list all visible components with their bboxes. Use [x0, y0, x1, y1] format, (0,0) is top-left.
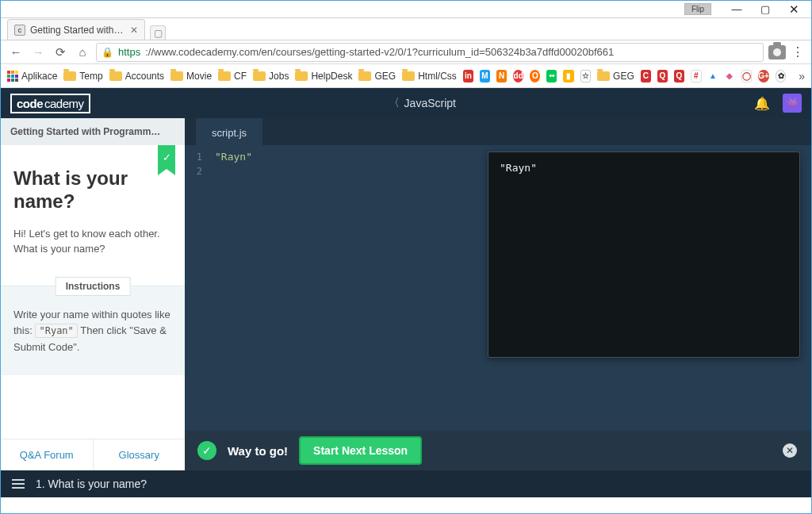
- bookmark-chip-icon[interactable]: ◆: [725, 70, 735, 82]
- bookmark-bar: Aplikace Temp Accounts Movie CF Jobs Hel…: [1, 64, 811, 88]
- bookmark-chip-icon[interactable]: in: [463, 70, 473, 82]
- bookmark-label: CF: [234, 71, 247, 82]
- status-close-icon[interactable]: ✕: [783, 443, 797, 458]
- bookmark-chip-icon[interactable]: Q: [657, 70, 668, 82]
- lesson-breadcrumb[interactable]: Getting Started with Programm…: [1, 118, 185, 145]
- course-breadcrumb[interactable]: 〈 JavaScript: [90, 96, 754, 110]
- folder-icon: [170, 71, 183, 81]
- bookmark-label: Movie: [186, 71, 212, 82]
- start-next-lesson-button[interactable]: Start Next Lesson: [299, 436, 422, 465]
- browser-toolbar: ← → ⟳ ⌂ 🔒 https ://www.codecademy.com/en…: [1, 40, 811, 64]
- output-console[interactable]: "Rayn": [488, 152, 800, 358]
- apps-shortcut[interactable]: Aplikace: [7, 71, 57, 82]
- line-number: 2: [185, 164, 202, 178]
- folder-icon: [63, 71, 76, 81]
- bookmark-chip-icon[interactable]: O: [530, 70, 540, 82]
- tab-favicon: c: [14, 25, 25, 36]
- codecademy-app: codecademy 〈 JavaScript 🔔 👾 Getting Star…: [1, 88, 811, 497]
- line-number: 1: [185, 150, 202, 164]
- logo-code: code: [17, 97, 43, 110]
- bookmark-label: Jobs: [269, 71, 289, 82]
- new-tab-button[interactable]: ▢: [150, 25, 166, 40]
- bookmark-folder[interactable]: HelpDesk: [295, 71, 352, 82]
- success-check-icon: ✓: [197, 441, 216, 460]
- bookmark-chip-icon[interactable]: #: [691, 70, 701, 82]
- bookmark-chip-icon[interactable]: C: [641, 70, 651, 82]
- lock-icon: 🔒: [102, 47, 113, 58]
- folder-icon: [218, 71, 231, 81]
- window-maximize-button[interactable]: ▢: [751, 2, 779, 17]
- window-minimize-button[interactable]: —: [722, 2, 751, 17]
- bookmark-chip-icon[interactable]: ◯: [741, 70, 752, 82]
- bookmark-folder[interactable]: CF: [218, 71, 247, 82]
- bookmark-chip-icon[interactable]: ☆: [580, 70, 591, 82]
- lesson-description: Hi! Let's get to know each other. What i…: [13, 226, 172, 257]
- qa-forum-link[interactable]: Q&A Forum: [1, 439, 94, 470]
- os-titlebar: Flip — ▢ ✕: [1, 1, 811, 18]
- flip-badge: Flip: [684, 3, 711, 15]
- check-ribbon-icon: ✓: [158, 145, 175, 169]
- bookmark-folder[interactable]: Movie: [170, 71, 212, 82]
- app-header: codecademy 〈 JavaScript 🔔 👾: [1, 88, 811, 118]
- bookmark-label: HelpDesk: [311, 71, 352, 82]
- lesson-footer: Q&A Forum Glossary: [1, 439, 185, 470]
- folder-icon: [295, 71, 308, 81]
- bookmark-chip-icon[interactable]: ▲: [708, 70, 718, 82]
- window-close-button[interactable]: ✕: [779, 2, 808, 17]
- tab-title: Getting Started with Prog…: [30, 25, 125, 36]
- bookmark-overflow-icon[interactable]: »: [799, 70, 805, 82]
- hamburger-icon[interactable]: [12, 479, 25, 489]
- bookmark-label: GEG: [374, 71, 396, 82]
- tab-close-icon[interactable]: ✕: [130, 25, 138, 36]
- workspace: script.js 1 2 "Rayn" "Rayn" ✓ Way: [185, 118, 811, 470]
- bookmark-folder[interactable]: GEG: [358, 71, 396, 82]
- bookmark-chip-icon[interactable]: Q: [674, 70, 684, 82]
- bookmark-chip-icon[interactable]: N: [496, 70, 507, 82]
- folder-icon: [253, 71, 266, 81]
- file-tab[interactable]: script.js: [196, 118, 262, 145]
- bookmark-folder[interactable]: Jobs: [253, 71, 289, 82]
- bookmark-folder[interactable]: Html/Css: [402, 71, 457, 82]
- home-button[interactable]: ⌂: [74, 44, 91, 61]
- bottom-strip: 1. What is your name?: [1, 470, 811, 497]
- avatar[interactable]: 👾: [783, 94, 802, 113]
- file-tab-bar: script.js: [185, 118, 811, 145]
- bell-icon[interactable]: 🔔: [754, 96, 770, 111]
- bookmark-label: GEG: [613, 71, 634, 82]
- url-scheme: https: [118, 46, 140, 58]
- camera-icon[interactable]: [768, 45, 786, 59]
- browser-tab[interactable]: c Getting Started with Prog… ✕: [7, 19, 145, 40]
- code-line: "Rayn": [215, 151, 252, 163]
- course-name: JavaScript: [404, 97, 456, 109]
- forward-button[interactable]: →: [29, 44, 47, 61]
- bookmark-chip-icon[interactable]: ✿: [776, 70, 786, 82]
- instructions-code: "Ryan": [35, 324, 77, 338]
- instructions-label: Instructions: [56, 277, 131, 296]
- bookmark-label: Temp: [79, 71, 102, 82]
- address-bar[interactable]: 🔒 https ://www.codecademy.com/en/courses…: [96, 43, 764, 62]
- bookmark-chip-icon[interactable]: M: [480, 70, 490, 82]
- bookmark-chip-icon[interactable]: G+: [758, 70, 769, 82]
- url-path: ://www.codecademy.com/en/courses/getting…: [145, 46, 614, 58]
- apps-label: Aplikace: [21, 71, 57, 82]
- bookmark-chip-icon[interactable]: ••: [546, 70, 557, 82]
- bookmark-chip-icon[interactable]: dd: [513, 70, 523, 82]
- instructions-text: Write your name within quotes like this:…: [13, 307, 172, 356]
- bookmark-folder[interactable]: Temp: [63, 71, 102, 82]
- glossary-link[interactable]: Glossary: [94, 439, 186, 470]
- reload-button[interactable]: ⟳: [52, 44, 69, 61]
- bookmark-label: Html/Css: [418, 71, 457, 82]
- codecademy-logo[interactable]: codecademy: [10, 94, 90, 113]
- lesson-panel: Getting Started with Programm… ✓ What is…: [1, 118, 185, 470]
- back-button[interactable]: ←: [7, 44, 25, 61]
- bookmark-folder[interactable]: Accounts: [109, 71, 164, 82]
- bottom-lesson-label[interactable]: 1. What is your name?: [36, 478, 147, 490]
- folder-icon: [358, 71, 371, 81]
- logo-cademy: cademy: [44, 97, 84, 110]
- folder-icon: [109, 71, 122, 81]
- editor-gutter: 1 2: [185, 145, 209, 431]
- bookmark-folder[interactable]: GEG: [597, 71, 634, 82]
- chrome-menu-icon[interactable]: ⋮: [791, 44, 805, 59]
- bookmark-chip-icon[interactable]: ▮: [563, 70, 573, 82]
- apps-grid-icon: [7, 71, 18, 82]
